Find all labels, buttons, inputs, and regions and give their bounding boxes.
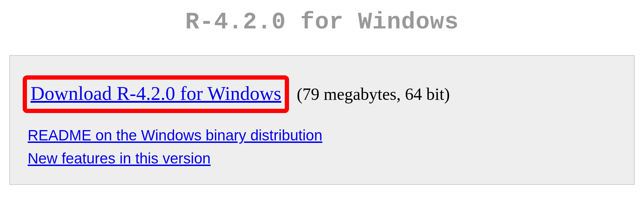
secondary-links: README on the Windows binary distributio…: [28, 124, 616, 170]
content-wrapper: R-4.2.0 for Windows Download R-4.2.0 for…: [0, 9, 644, 185]
download-link-highlight: Download R-4.2.0 for Windows: [23, 75, 289, 113]
download-link[interactable]: Download R-4.2.0 for Windows: [30, 82, 281, 104]
download-box: Download R-4.2.0 for Windows (79 megabyt…: [9, 55, 635, 185]
readme-link[interactable]: README on the Windows binary distributio…: [28, 127, 322, 144]
page-title: R-4.2.0 for Windows: [7, 9, 637, 36]
download-meta: (79 megabytes, 64 bit): [297, 85, 450, 103]
download-line: Download R-4.2.0 for Windows (79 megabyt…: [28, 75, 616, 113]
features-link[interactable]: New features in this version: [28, 150, 211, 167]
